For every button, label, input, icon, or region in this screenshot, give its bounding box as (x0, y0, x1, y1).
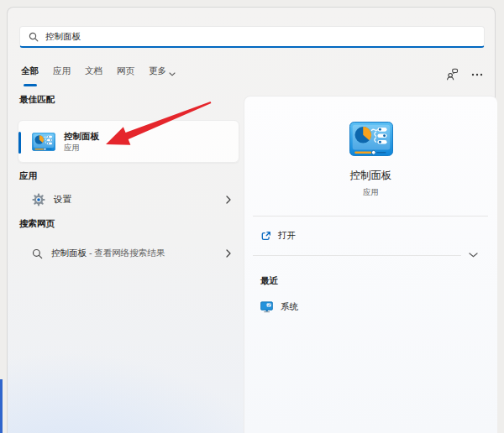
search-icon (32, 248, 43, 259)
best-match-header: 最佳匹配 (19, 94, 55, 106)
open-label: 打开 (278, 230, 296, 242)
open-action-button[interactable]: 打开 (260, 227, 296, 245)
tab-web-label: 网页 (117, 65, 134, 77)
tab-all-label: 全部 (21, 65, 39, 77)
background-window-edge (0, 379, 3, 433)
account-icon[interactable] (446, 68, 459, 81)
recent-item-label: 系统 (281, 301, 298, 313)
search-input[interactable] (45, 32, 484, 42)
tab-apps-label: 应用 (53, 65, 71, 77)
preview-panel: 控制面板 应用 打开 最近 (244, 96, 497, 433)
more-options-icon[interactable] (471, 73, 483, 76)
web-search-query: 控制面板 (51, 248, 87, 258)
search-flyout-window: 全部 应用 文档 网页 更多 最佳匹配 (7, 7, 496, 433)
chevron-right-icon[interactable] (226, 246, 231, 261)
recent-section-header: 最近 (260, 275, 278, 287)
web-section-header: 搜索网页 (19, 218, 55, 230)
tab-apps[interactable]: 应用 (53, 63, 71, 86)
preview-subtitle: 应用 (244, 187, 497, 198)
tab-web[interactable]: 网页 (117, 63, 134, 86)
tab-all[interactable]: 全部 (21, 63, 39, 86)
tab-documents[interactable]: 文档 (85, 63, 102, 86)
best-match-subtitle: 应用 (64, 143, 99, 152)
preview-title: 控制面板 (244, 169, 497, 183)
tab-selected-underline (24, 84, 37, 86)
chevron-down-icon (169, 68, 176, 78)
expand-chevron-down-icon[interactable] (469, 252, 478, 258)
divider (253, 255, 461, 256)
best-match-title: 控制面板 (64, 131, 99, 141)
recent-item-system[interactable]: 系统 (260, 298, 298, 316)
system-monitor-icon (260, 301, 273, 313)
open-external-icon (260, 231, 271, 242)
selection-accent-bar (18, 132, 21, 154)
chevron-right-icon[interactable] (226, 192, 231, 207)
settings-gear-icon (32, 193, 45, 206)
search-filter-tabs: 全部 应用 文档 网页 更多 (21, 63, 176, 86)
list-item-settings[interactable]: 设置 (18, 185, 239, 214)
divider (253, 216, 488, 216)
search-box[interactable] (19, 26, 485, 48)
control-panel-icon (349, 122, 393, 159)
search-icon (29, 32, 39, 42)
apps-section-header: 应用 (19, 170, 37, 182)
web-search-hint: - 查看网络搜索结果 (87, 248, 165, 258)
settings-label: 设置 (54, 194, 71, 206)
list-item-web-search[interactable]: 控制面板 - 查看网络搜索结果 (18, 239, 239, 268)
tab-more-label: 更多 (149, 65, 166, 77)
best-match-item-control-panel[interactable]: 控制面板 应用 (18, 120, 239, 163)
control-panel-icon (32, 133, 55, 151)
tab-documents-label: 文档 (85, 65, 102, 77)
tab-more[interactable]: 更多 (149, 63, 176, 86)
